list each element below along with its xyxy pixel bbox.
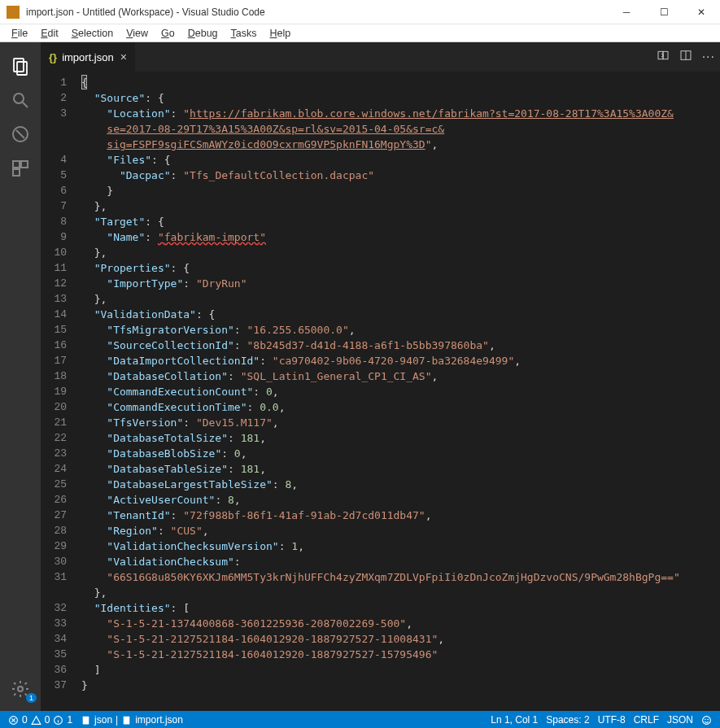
search-icon[interactable] <box>1 83 40 117</box>
svg-point-24 <box>708 718 709 719</box>
line-number-gutter: 123 456789101112131415161718192021222324… <box>41 72 81 711</box>
settings-badge: 1 <box>26 693 37 703</box>
svg-rect-21 <box>124 716 130 724</box>
status-feedback-icon[interactable] <box>701 715 712 726</box>
svg-rect-7 <box>21 161 28 168</box>
status-language[interactable]: JSON <box>667 714 693 726</box>
code-editor[interactable]: 123 456789101112131415161718192021222324… <box>41 72 720 711</box>
split-editor-icon[interactable] <box>679 49 692 65</box>
activity-bar: 1 <box>0 42 41 711</box>
extensions-icon[interactable] <box>1 151 40 185</box>
window-maximize-button[interactable]: ☐ <box>645 0 683 24</box>
status-bar: 0 0 1 json | import.json Ln 1, Col 1 Spa… <box>0 711 720 728</box>
svg-line-5 <box>16 130 24 138</box>
status-file-path[interactable]: json | import.json <box>81 714 183 726</box>
menu-help[interactable]: Help <box>264 28 298 39</box>
svg-rect-10 <box>658 51 663 59</box>
menu-go[interactable]: Go <box>155 28 181 39</box>
tab-filename: import.json <box>62 51 114 63</box>
settings-gear-icon[interactable]: 1 <box>1 672 40 706</box>
editor-cursor <box>81 75 87 89</box>
window-title: import.json - Untitled (Workspace) - Vis… <box>26 7 265 18</box>
status-problems[interactable]: 0 0 1 <box>8 714 72 726</box>
status-ln-col[interactable]: Ln 1, Col 1 <box>491 714 538 726</box>
debug-icon[interactable] <box>1 117 40 151</box>
status-eol[interactable]: CRLF <box>634 714 659 726</box>
svg-rect-20 <box>83 716 89 724</box>
editor-tab-bar: {} import.json × ··· <box>41 42 720 72</box>
code-content[interactable]: { "Source": { "Location": "https://fabri… <box>81 72 704 696</box>
menu-bar: File Edit Selection View Go Debug Tasks … <box>0 24 720 42</box>
svg-point-2 <box>14 94 24 103</box>
window-minimize-button[interactable]: ─ <box>608 0 645 24</box>
explorer-icon[interactable] <box>1 49 40 83</box>
svg-point-22 <box>703 716 711 724</box>
svg-point-9 <box>18 687 23 691</box>
vscode-logo-icon <box>7 6 20 19</box>
minimap[interactable] <box>704 72 720 711</box>
status-indent[interactable]: Spaces: 2 <box>546 714 589 726</box>
compare-editor-icon[interactable] <box>657 49 670 65</box>
menu-selection[interactable]: Selection <box>65 28 120 39</box>
tab-import-json[interactable]: {} import.json × <box>41 42 135 72</box>
menu-edit[interactable]: Edit <box>34 28 65 39</box>
svg-rect-6 <box>13 161 20 168</box>
title-bar: import.json - Untitled (Workspace) - Vis… <box>0 0 720 24</box>
svg-rect-1 <box>17 62 27 75</box>
svg-rect-8 <box>13 169 20 176</box>
menu-file[interactable]: File <box>5 28 34 39</box>
menu-view[interactable]: View <box>120 28 155 39</box>
json-file-icon: {} <box>49 51 57 63</box>
window-close-button[interactable]: ✕ <box>683 0 720 24</box>
svg-rect-0 <box>14 59 24 72</box>
editor-more-icon[interactable]: ··· <box>702 50 715 64</box>
tab-close-icon[interactable]: × <box>120 50 127 63</box>
svg-point-23 <box>705 718 705 719</box>
menu-debug[interactable]: Debug <box>181 28 225 39</box>
svg-line-3 <box>23 102 28 107</box>
menu-tasks[interactable]: Tasks <box>225 28 264 39</box>
status-encoding[interactable]: UTF-8 <box>598 714 626 726</box>
